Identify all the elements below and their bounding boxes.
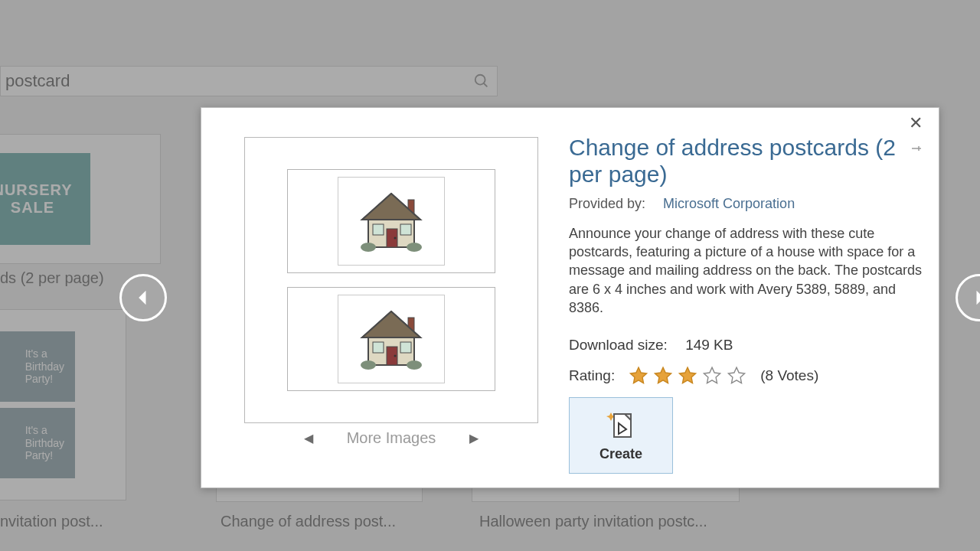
star-filled-icon [653, 366, 673, 386]
close-icon[interactable]: ✕ [906, 114, 925, 132]
rating-row: Rating: (8 Votes) [569, 366, 927, 386]
template-preview-dialog: ✕ [201, 107, 939, 488]
download-size: Download size: 149 KB [569, 337, 927, 354]
prev-template-button[interactable] [119, 274, 167, 321]
house-icon [338, 177, 445, 266]
template-title: Change of address postcards (2 per page) [569, 134, 927, 188]
provider-name: Microsoft Corporation [663, 196, 795, 211]
download-label: Download size: [569, 337, 668, 353]
more-images-label: More Images [347, 429, 436, 447]
svg-point-15 [407, 360, 422, 370]
create-icon [605, 409, 637, 442]
more-images-prev-icon[interactable]: ◀ [304, 431, 313, 445]
svg-rect-13 [400, 342, 411, 353]
svg-rect-12 [373, 342, 384, 353]
star-empty-icon [727, 366, 746, 386]
rating-label: Rating: [569, 367, 615, 384]
provided-by: Provided by: Microsoft Corporation [569, 196, 927, 212]
svg-rect-6 [400, 224, 411, 235]
svg-point-4 [394, 237, 397, 240]
more-images-next-icon[interactable]: ▶ [469, 431, 479, 445]
svg-point-8 [407, 243, 422, 252]
create-button[interactable]: Create [569, 397, 673, 474]
download-value: 149 KB [685, 337, 733, 353]
template-details: Change of address postcards (2 per page)… [569, 134, 927, 386]
svg-point-14 [361, 360, 376, 370]
votes-count: (8 Votes) [760, 367, 818, 384]
svg-point-7 [361, 243, 376, 252]
house-icon [338, 295, 445, 383]
postcard-preview [287, 169, 495, 273]
create-label: Create [599, 446, 642, 462]
star-filled-icon [629, 366, 648, 386]
template-description: Announce your change of address with the… [569, 224, 927, 317]
rating-stars [629, 366, 746, 386]
svg-point-11 [394, 355, 397, 357]
star-filled-icon [678, 366, 697, 386]
template-preview [244, 137, 538, 423]
star-empty-icon [702, 366, 722, 386]
postcard-preview [287, 287, 495, 391]
svg-rect-5 [373, 224, 384, 235]
provided-label: Provided by: [569, 196, 645, 211]
more-images-nav: ◀ More Images ▶ [244, 429, 538, 447]
